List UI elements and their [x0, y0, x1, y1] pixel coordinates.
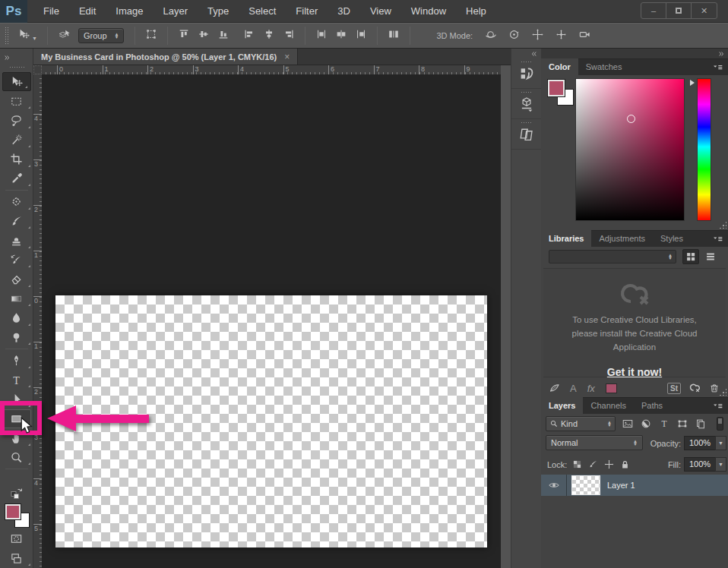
menu-view[interactable]: View [360, 0, 401, 23]
close-button[interactable]: ✕ [692, 3, 717, 18]
history-brush-tool[interactable] [0, 251, 33, 270]
tab-color[interactable]: Color [541, 58, 578, 75]
pan-3d-button[interactable] [531, 28, 544, 44]
vertical-ruler[interactable]: 4321012345 [33, 74, 42, 568]
char-style-icon[interactable]: A [570, 383, 577, 394]
menu-layer[interactable]: Layer [154, 0, 198, 23]
align-top-button[interactable] [178, 28, 190, 43]
menu-window[interactable]: Window [401, 0, 456, 23]
crop-tool[interactable] [0, 150, 33, 169]
auto-select-toggle[interactable] [58, 28, 70, 43]
opacity-dropdown-button[interactable]: ▼ [715, 436, 726, 450]
layer-style-fx-icon[interactable]: fx [587, 383, 595, 394]
quick-mask-button[interactable] [0, 529, 33, 549]
gradient-tool[interactable] [0, 289, 33, 309]
tab-styles[interactable]: Styles [653, 230, 691, 247]
menu-filter[interactable]: Filter [286, 0, 328, 23]
layer-name[interactable]: Layer 1 [607, 481, 635, 490]
orbit-3d-button[interactable] [484, 28, 497, 44]
swap-colors-mini[interactable] [0, 483, 33, 503]
layer-row-selected[interactable]: Layer 1 [541, 475, 728, 496]
align-left-button[interactable] [243, 28, 255, 43]
roll-3d-button[interactable] [508, 28, 521, 44]
layers-filter-adjust[interactable] [640, 418, 652, 430]
blur-tool[interactable] [0, 308, 33, 328]
menu-file[interactable]: File [33, 0, 69, 23]
fill-color-chip[interactable] [606, 383, 617, 393]
layers-filter-smart[interactable] [695, 418, 707, 430]
lock-transparency-button[interactable] [571, 459, 583, 470]
panel-resize-grip[interactable] [719, 221, 726, 229]
pen-tool[interactable] [0, 351, 33, 371]
color-panel-menu-button[interactable] [707, 58, 728, 75]
move-tool[interactable] [2, 72, 31, 92]
dock-properties-panel-button[interactable] [511, 89, 541, 119]
menu-help[interactable]: Help [456, 0, 496, 23]
hue-slider[interactable] [697, 78, 711, 221]
library-select[interactable]: ▲▼ [549, 250, 676, 263]
slide-3d-button[interactable] [555, 28, 568, 44]
clone-stamp-tool[interactable] [0, 231, 33, 251]
distribute-hcenter-button[interactable] [335, 28, 347, 43]
align-vcenter-button[interactable] [198, 28, 210, 43]
maximize-button[interactable] [666, 3, 692, 18]
collapse-toolbar-icon[interactable] [3, 51, 11, 65]
layers-filter-type[interactable]: T [658, 418, 670, 430]
get-it-now-link[interactable]: Get it now! [607, 366, 662, 378]
tab-layers[interactable]: Layers [541, 397, 583, 414]
menu-type[interactable]: Type [198, 0, 239, 23]
align-bottom-button[interactable] [217, 28, 229, 43]
distribute-spacing-button[interactable] [388, 28, 400, 43]
delete-icon[interactable] [708, 382, 720, 394]
blend-mode-select[interactable]: Normal ▲▼ [546, 435, 643, 450]
eraser-tool[interactable] [0, 270, 33, 289]
opacity-value[interactable]: 100% [684, 436, 716, 450]
list-view-button[interactable] [702, 249, 719, 264]
group-select[interactable]: Group▲▼ [78, 28, 125, 43]
kind-filter-select[interactable]: Kind ▲▼ [546, 416, 616, 431]
menu-3d[interactable]: 3D [328, 0, 360, 23]
layers-panel-menu-button[interactable] [707, 397, 728, 414]
eye-icon[interactable] [548, 479, 560, 491]
dock-history-panel-button[interactable] [511, 58, 541, 89]
magic-wand-tool[interactable] [0, 131, 33, 150]
lock-paint-button[interactable] [587, 459, 599, 470]
zoom-tool[interactable] [0, 448, 33, 468]
adobe-stock-icon[interactable]: St [667, 383, 681, 394]
tab-libraries[interactable]: Libraries [541, 230, 591, 247]
current-tool-button[interactable]: ▼ [17, 28, 37, 43]
distribute-left-button[interactable] [315, 28, 328, 43]
type-tool[interactable]: T [0, 371, 33, 390]
tab-close-icon[interactable]: × [284, 52, 290, 62]
align-hcenter-button[interactable] [263, 28, 275, 43]
dock-device-preview-panel-button[interactable] [511, 119, 541, 150]
color-picker-ring[interactable] [627, 115, 635, 123]
tab-paths[interactable]: Paths [634, 397, 670, 414]
hue-slider-marker[interactable] [690, 80, 695, 86]
foreground-color-swatch[interactable] [5, 504, 21, 519]
eyedropper-tool[interactable] [0, 169, 33, 189]
layer-visibility-cell[interactable] [541, 475, 567, 496]
tab-adjustments[interactable]: Adjustments [591, 230, 653, 247]
menu-image[interactable]: Image [106, 0, 153, 23]
healing-brush-tool[interactable] [0, 192, 33, 212]
distribute-right-button[interactable] [355, 28, 367, 43]
transform-controls-toggle[interactable] [145, 28, 157, 43]
menu-select[interactable]: Select [239, 0, 286, 23]
color-spectrum-field[interactable] [575, 78, 685, 221]
horizontal-ruler[interactable]: 0123456789 [42, 65, 501, 74]
lock-position-button[interactable] [603, 459, 615, 470]
canvas-area[interactable] [42, 74, 501, 568]
libraries-panel-menu-button[interactable] [707, 230, 728, 247]
lock-all-button[interactable] [619, 459, 631, 470]
camera-3d-button[interactable] [578, 28, 591, 44]
marquee-tool[interactable] [0, 91, 33, 111]
tab-channels[interactable]: Channels [583, 397, 633, 414]
tab-swatches[interactable]: Swatches [578, 58, 630, 75]
align-right-button[interactable] [283, 28, 295, 43]
layers-filter-shape[interactable] [676, 418, 688, 430]
grid-view-button[interactable] [682, 249, 699, 264]
layers-filter-pixel[interactable] [622, 418, 634, 430]
ruler-origin[interactable] [33, 65, 42, 74]
menu-edit[interactable]: Edit [69, 0, 106, 23]
